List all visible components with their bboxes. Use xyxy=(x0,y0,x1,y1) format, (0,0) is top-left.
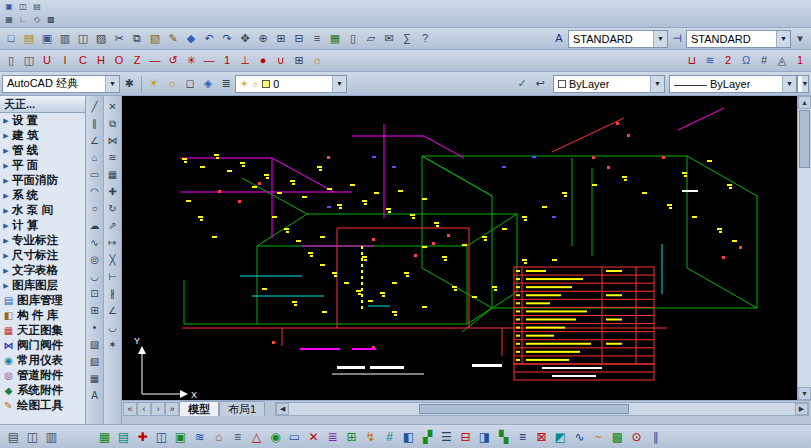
palette-c-button[interactable]: ▥ xyxy=(42,427,61,446)
equipment-button[interactable]: ▣ xyxy=(171,427,190,446)
target-button[interactable]: ◉ xyxy=(266,427,285,446)
layer-properties-button[interactable]: ≣ xyxy=(217,75,235,93)
hash-tool-button[interactable]: # xyxy=(380,427,399,446)
polygon-button[interactable]: ⌂ xyxy=(86,149,103,166)
markup-set-button[interactable]: ✉ xyxy=(380,30,398,48)
erase-button[interactable]: ✕ xyxy=(104,98,121,115)
mirror-button[interactable]: ⋈ xyxy=(104,132,121,149)
layer-freeze-button[interactable]: ☼ xyxy=(163,75,181,93)
scroll-up-icon[interactable]: ▲ xyxy=(798,96,811,109)
text-u-button[interactable]: U xyxy=(38,52,56,70)
gradient-button[interactable]: ▧ xyxy=(86,353,103,370)
drawing-canvas[interactable]: Y X xyxy=(122,96,797,400)
palette-a-button[interactable]: ▤ xyxy=(4,427,23,446)
chevron-down-icon[interactable]: ▼ xyxy=(776,31,790,47)
perp-mark-button[interactable]: ⊥ xyxy=(236,52,254,70)
dim-style-combo[interactable]: STANDARD ▼ xyxy=(686,30,791,48)
dot-mark-button[interactable]: ● xyxy=(254,52,272,70)
chevron-down-icon[interactable]: ▼ xyxy=(105,76,119,92)
revcloud-button[interactable]: ☁ xyxy=(86,217,103,234)
sidebar-item[interactable]: ▶尺寸标注 xyxy=(0,248,85,263)
spline-button[interactable]: ∿ xyxy=(86,234,103,251)
linetype-combo[interactable]: ——— ByLayer ▼ xyxy=(669,75,797,93)
cut-button[interactable]: ✂ xyxy=(110,30,128,48)
sidebar-item[interactable]: ▶建 筑 xyxy=(0,128,85,143)
copy-button[interactable]: ⧉ xyxy=(104,115,121,132)
scroll-down-icon[interactable]: ▼ xyxy=(798,387,811,400)
layers-tool-button[interactable]: ≣ xyxy=(323,427,342,446)
cup-mark-button[interactable]: ⊔ xyxy=(683,52,701,70)
add-pipe-button[interactable]: ✚ xyxy=(133,427,152,446)
sidebar-item[interactable]: ▶管 线 xyxy=(0,143,85,158)
hatch-button[interactable]: ▨ xyxy=(86,336,103,353)
view-grid-button[interactable]: ▦ xyxy=(2,14,16,26)
make-block-button[interactable]: ⊞ xyxy=(86,302,103,319)
copy-clip-button[interactable]: ⧉ xyxy=(128,30,146,48)
save-button[interactable]: ▣ xyxy=(38,30,56,48)
x-box-button[interactable]: ⊠ xyxy=(532,427,551,446)
osnap-button[interactable]: ◇ xyxy=(30,14,44,26)
sidebar-tool-item[interactable]: ◧构 件 库 xyxy=(0,308,85,323)
chevron-down-icon[interactable]: ▼ xyxy=(653,31,667,47)
scroll-left-icon[interactable]: ◀ xyxy=(276,403,289,415)
bolt-tool-button[interactable]: ↯ xyxy=(361,427,380,446)
move-button[interactable]: ✚ xyxy=(104,183,121,200)
quickcalc-button[interactable]: ∑ xyxy=(398,30,416,48)
sidebar-item[interactable]: ▶专业标注 xyxy=(0,233,85,248)
point-button[interactable]: • xyxy=(86,319,103,336)
hash-mark-button[interactable]: # xyxy=(755,52,773,70)
horizontal-scroll-thumb[interactable] xyxy=(419,404,629,414)
extend-button[interactable]: ⊢ xyxy=(104,268,121,285)
next-tab-icon[interactable]: › xyxy=(151,402,165,416)
offset-button[interactable]: ≋ xyxy=(104,149,121,166)
prev-tab-icon[interactable]: ‹ xyxy=(137,402,151,416)
palette-title[interactable]: 天正... xyxy=(0,96,85,113)
line-button[interactable]: ╱ xyxy=(86,98,103,115)
pipe-plan-button[interactable]: ▤ xyxy=(114,427,133,446)
sine-tool-button[interactable]: ∿ xyxy=(570,427,589,446)
fillet-button[interactable]: ◡ xyxy=(104,319,121,336)
workspace-combo[interactable]: AutoCAD 经典 ▼ xyxy=(2,75,120,93)
plot-preview-button[interactable]: ◫ xyxy=(74,30,92,48)
sidebar-item[interactable]: ▶平面消防 xyxy=(0,173,85,188)
num-one-red-button[interactable]: 1 xyxy=(791,52,809,70)
building-button[interactable]: ⌂ xyxy=(209,427,228,446)
chevron-down-icon[interactable]: ▼ xyxy=(650,76,664,92)
circle-button[interactable]: ○ xyxy=(86,200,103,217)
list-tool-button[interactable]: ≡ xyxy=(228,427,247,446)
delete-tool-button[interactable]: ✕ xyxy=(304,427,323,446)
lineweight-combo-partial[interactable]: ▼ xyxy=(797,75,809,93)
tab-model[interactable]: 模型 xyxy=(179,401,219,416)
num-one-button[interactable]: 1 xyxy=(218,52,236,70)
grid-toggle-button[interactable]: ▩ xyxy=(44,14,58,26)
undo-mark-button[interactable]: ↺ xyxy=(164,52,182,70)
sheet-set-button[interactable]: ▱ xyxy=(362,30,380,48)
block-editor-button[interactable]: ◆ xyxy=(182,30,200,48)
tool-palettes-button[interactable]: ▯ xyxy=(344,30,362,48)
help-button[interactable]: ? xyxy=(416,30,434,48)
sidebar-item[interactable]: ▶计 算 xyxy=(0,218,85,233)
sidebar-item[interactable]: ▶图库图层 xyxy=(0,278,85,293)
text-i-button[interactable]: I xyxy=(56,52,74,70)
layer-color-button[interactable]: ◈ xyxy=(199,75,217,93)
ellipse-button[interactable]: ◎ xyxy=(86,251,103,268)
zoom-realtime-button[interactable]: ⊕ xyxy=(254,30,272,48)
open-folder-button[interactable]: ▤ xyxy=(20,30,38,48)
stack-tool-button[interactable]: ☰ xyxy=(437,427,456,446)
sidebar-tool-item[interactable]: ✎绘图工具 xyxy=(0,398,85,413)
chevron-down-icon[interactable]: ▼ xyxy=(332,76,346,92)
hatch-tool-button[interactable]: ▩ xyxy=(608,427,627,446)
match-properties-button[interactable]: ✎ xyxy=(164,30,182,48)
text-z-button[interactable]: Z xyxy=(128,52,146,70)
tab-layout1[interactable]: 布局1 xyxy=(219,401,265,416)
sidebar-tool-item[interactable]: ◉常用仪表 xyxy=(0,353,85,368)
num-two-button[interactable]: 2 xyxy=(719,52,737,70)
pan-button[interactable]: ✥ xyxy=(236,30,254,48)
sidebar-tool-item[interactable]: ⋈阀门阀件 xyxy=(0,338,85,353)
arc-button[interactable]: ◠ xyxy=(86,183,103,200)
dash-mark-button[interactable]: — xyxy=(146,52,164,70)
layer-previous-button[interactable]: ↩ xyxy=(531,75,549,93)
lamp-button[interactable]: ☼ xyxy=(308,52,326,70)
layer-lock-button[interactable]: ◻ xyxy=(181,75,199,93)
stretch-button[interactable]: ↦ xyxy=(104,234,121,251)
